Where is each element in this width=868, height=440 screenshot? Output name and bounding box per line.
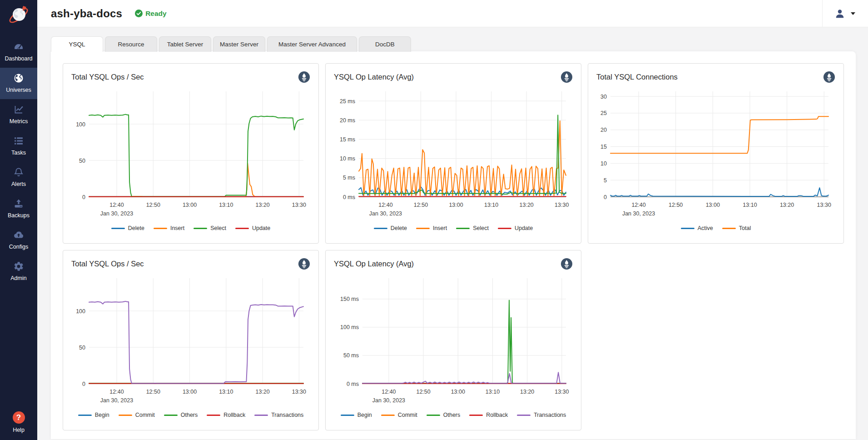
alerts-bell-icon bbox=[0, 167, 37, 178]
svg-text:13:20: 13:20 bbox=[255, 202, 269, 208]
tab-docdb[interactable]: DocDB bbox=[359, 36, 411, 52]
legend-item-delete[interactable]: Delete bbox=[374, 225, 407, 231]
tab-tablet-server[interactable]: Tablet Server bbox=[159, 36, 211, 52]
legend-swatch bbox=[681, 228, 694, 229]
sidebar-item-metrics[interactable]: Metrics bbox=[0, 99, 37, 130]
legend-item-total[interactable]: Total bbox=[722, 225, 751, 231]
svg-text:0: 0 bbox=[604, 194, 607, 200]
legend-item-transactions[interactable]: Transactions bbox=[517, 412, 566, 418]
status-badge: Ready bbox=[135, 10, 167, 18]
tab-master-server[interactable]: Master Server bbox=[213, 36, 265, 52]
main-area: ash-yba-docs Ready YSQL Resource Tablet … bbox=[37, 0, 868, 440]
svg-text:50 ms: 50 ms bbox=[343, 352, 359, 359]
legend-item-delete[interactable]: Delete bbox=[111, 225, 144, 231]
check-circle-icon bbox=[135, 10, 143, 17]
legend-item-insert[interactable]: Insert bbox=[416, 225, 447, 231]
sidebar-item-dashboard[interactable]: Dashboard bbox=[0, 36, 37, 68]
legend-swatch bbox=[119, 415, 132, 416]
legend-label: Update bbox=[515, 225, 533, 231]
chart-legend: DeleteInsertSelectUpdate bbox=[71, 225, 310, 231]
yugabyte-logo-icon[interactable] bbox=[6, 0, 31, 36]
legend-item-rollback[interactable]: Rollback bbox=[207, 412, 245, 418]
prometheus-icon[interactable] bbox=[298, 258, 310, 272]
svg-text:12:40: 12:40 bbox=[382, 389, 396, 395]
tab-master-server-advanced[interactable]: Master Server Advanced bbox=[267, 36, 357, 52]
legend-item-others[interactable]: Others bbox=[427, 412, 461, 418]
sidebar-item-alerts[interactable]: Alerts bbox=[0, 162, 37, 193]
svg-text:13:00: 13:00 bbox=[451, 389, 465, 395]
svg-text:12:50: 12:50 bbox=[414, 202, 428, 208]
tab-resource[interactable]: Resource bbox=[105, 36, 157, 52]
user-icon bbox=[834, 8, 845, 19]
svg-text:Jan 30, 2023: Jan 30, 2023 bbox=[100, 397, 133, 404]
chart-title: YSQL Op Latency (Avg) bbox=[334, 258, 414, 268]
legend-label: Rollback bbox=[223, 412, 245, 418]
charts-grid: Total YSQL Ops / Sec 05010012:40Jan 30, … bbox=[63, 63, 844, 430]
legend-item-active[interactable]: Active bbox=[681, 225, 713, 231]
svg-text:Jan 30, 2023: Jan 30, 2023 bbox=[369, 210, 402, 217]
legend-label: Insert bbox=[170, 225, 184, 231]
chart-legend: BeginCommitOthersRollbackTransactions bbox=[71, 412, 310, 418]
prometheus-icon[interactable] bbox=[298, 71, 310, 85]
sidebar-item-label: Admin bbox=[10, 275, 26, 281]
svg-text:Jan 30, 2023: Jan 30, 2023 bbox=[100, 210, 133, 217]
svg-text:13:30: 13:30 bbox=[817, 202, 831, 208]
sidebar-item-label: Configs bbox=[9, 244, 28, 250]
legend-item-begin[interactable]: Begin bbox=[78, 412, 109, 418]
svg-text:0 ms: 0 ms bbox=[347, 381, 359, 387]
chart-title: Total YSQL Ops / Sec bbox=[71, 71, 144, 81]
prometheus-icon[interactable] bbox=[560, 258, 573, 272]
svg-text:5 ms: 5 ms bbox=[343, 175, 355, 181]
legend-item-update[interactable]: Update bbox=[235, 225, 270, 231]
sidebar-item-label: Alerts bbox=[11, 181, 26, 187]
legend-swatch bbox=[469, 415, 483, 416]
sidebar-item-universes[interactable]: Universes bbox=[0, 68, 37, 99]
legend-swatch bbox=[207, 415, 220, 416]
sidebar-item-help[interactable]: ? Help bbox=[13, 411, 25, 440]
sidebar-item-admin[interactable]: Admin bbox=[0, 256, 37, 287]
svg-text:50: 50 bbox=[79, 345, 85, 351]
chart-legend: DeleteInsertSelectUpdate bbox=[334, 225, 573, 231]
legend-swatch bbox=[517, 415, 531, 416]
help-question-icon: ? bbox=[13, 411, 25, 424]
legend-item-commit[interactable]: Commit bbox=[119, 412, 155, 418]
svg-text:13:20: 13:20 bbox=[520, 389, 534, 395]
svg-text:13:00: 13:00 bbox=[183, 389, 197, 395]
legend-item-commit[interactable]: Commit bbox=[381, 412, 417, 418]
line-chart-plot: 05101520253012:40Jan 30, 202312:5013:001… bbox=[597, 87, 835, 222]
svg-text:12:50: 12:50 bbox=[146, 389, 160, 395]
legend-item-rollback[interactable]: Rollback bbox=[469, 412, 508, 418]
svg-text:Jan 30, 2023: Jan 30, 2023 bbox=[372, 397, 405, 404]
chart-title: YSQL Op Latency (Avg) bbox=[334, 71, 414, 81]
legend-item-begin[interactable]: Begin bbox=[341, 412, 372, 418]
sidebar-item-backups[interactable]: Backups bbox=[0, 193, 37, 225]
svg-text:13:10: 13:10 bbox=[219, 202, 233, 208]
legend-label: Begin bbox=[357, 412, 372, 418]
legend-swatch bbox=[78, 415, 92, 416]
legend-swatch bbox=[456, 228, 470, 229]
prometheus-icon[interactable] bbox=[560, 71, 573, 85]
sidebar-item-label: Metrics bbox=[10, 118, 28, 125]
legend-item-select[interactable]: Select bbox=[193, 225, 226, 231]
svg-text:0 ms: 0 ms bbox=[343, 194, 355, 200]
legend-item-select[interactable]: Select bbox=[456, 225, 489, 231]
legend-item-insert[interactable]: Insert bbox=[154, 225, 184, 231]
legend-item-others[interactable]: Others bbox=[164, 412, 198, 418]
svg-text:13:00: 13:00 bbox=[183, 202, 197, 208]
admin-gear-icon bbox=[0, 261, 37, 272]
svg-text:25: 25 bbox=[600, 110, 607, 116]
svg-text:10: 10 bbox=[600, 160, 607, 167]
legend-item-transactions[interactable]: Transactions bbox=[254, 412, 303, 418]
tab-ysql[interactable]: YSQL bbox=[51, 36, 103, 52]
user-menu[interactable] bbox=[822, 0, 862, 27]
sidebar-nav: Dashboard Universes Metrics Tasks bbox=[0, 36, 37, 287]
sidebar-item-tasks[interactable]: Tasks bbox=[0, 130, 37, 162]
legend-label: Delete bbox=[391, 225, 407, 231]
sidebar-item-configs[interactable]: Configs bbox=[0, 225, 37, 256]
prometheus-icon[interactable] bbox=[823, 71, 835, 85]
legend-label: Transactions bbox=[271, 412, 303, 418]
legend-item-update[interactable]: Update bbox=[498, 225, 533, 231]
legend-label: Update bbox=[252, 225, 270, 231]
universe-globe-icon bbox=[0, 73, 37, 84]
legend-swatch bbox=[722, 228, 736, 229]
